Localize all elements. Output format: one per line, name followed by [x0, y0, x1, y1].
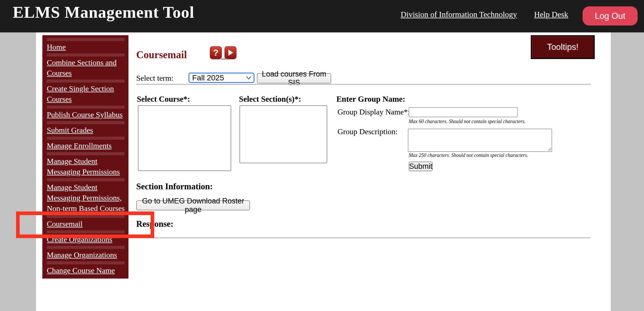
sidebar-item-change-course-name[interactable]: Change Course Name: [47, 265, 125, 276]
sidebar-separator: [47, 121, 125, 124]
logout-button[interactable]: Log Out: [583, 6, 638, 26]
divider-top: [136, 84, 591, 85]
sidebar-item-manage-enrollments[interactable]: Manage Enrollments: [47, 141, 125, 151]
sidebar-item-manage-organizations[interactable]: Manage Organizations: [47, 250, 125, 260]
sidebar-separator: [47, 246, 125, 249]
page-title: Coursemail: [136, 49, 187, 61]
group-description-label: Group Description:: [338, 127, 398, 136]
sidebar-separator: [47, 53, 125, 57]
page: ELMS Management Tool Division of Informa…: [0, 0, 644, 311]
sidebar-separator: [47, 261, 125, 264]
course-listbox[interactable]: [138, 105, 231, 171]
select-sections-label: Select Section(s)*:: [239, 95, 301, 104]
sidebar-item-submit-grades[interactable]: Submit Grades: [47, 125, 125, 136]
divider-bottom: [136, 238, 590, 238]
sections-listbox[interactable]: [239, 105, 327, 163]
sidebar-item-manage-student-messaging-permissions-non-term[interactable]: Manage Student Messaging Permissions, No…: [47, 182, 125, 214]
group-display-name-label: Group Display Name*:: [338, 108, 410, 116]
load-courses-button[interactable]: Load courses From SIS: [257, 73, 331, 83]
sidebar-item-manage-student-messaging-permissions[interactable]: Manage Student Messaging Permissions: [47, 156, 125, 177]
sidebar-separator: [47, 80, 125, 83]
sidebar-item-create-single-section-courses[interactable]: Create Single Section Courses: [47, 83, 125, 104]
sidebar-item-combine-sections-and-courses[interactable]: Combine Sections and Courses: [47, 57, 125, 78]
play-triangle-icon: [228, 50, 233, 56]
roster-page-button[interactable]: Go to UMEG Download Roster page: [136, 200, 250, 210]
sidebar-item-home[interactable]: Home: [47, 42, 125, 52]
help-icon[interactable]: ?: [210, 46, 222, 59]
annotation-highlight-rect: [16, 211, 154, 238]
term-select-value: Fall 2025: [192, 73, 224, 82]
sidebar: Home Combine Sections and Courses Create…: [42, 35, 128, 279]
select-course-label: Select Course*:: [137, 95, 190, 104]
group-display-name-input[interactable]: [409, 107, 518, 117]
app-title: ELMS Management Tool: [13, 3, 194, 22]
top-bar: ELMS Management Tool Division of Informa…: [0, 0, 644, 32]
sidebar-separator: [47, 106, 125, 109]
enter-group-name-heading: Enter Group Name:: [336, 95, 405, 104]
sidebar-separator: [47, 152, 125, 155]
description-note: Max 250 characters. Should not contain s…: [409, 152, 528, 158]
tooltips-button[interactable]: Tooltips!: [531, 35, 595, 59]
play-icon[interactable]: [225, 46, 236, 59]
group-description-textarea[interactable]: [408, 129, 552, 152]
select-term-label: Select term:: [136, 74, 174, 83]
sidebar-separator: [47, 178, 125, 181]
submit-button[interactable]: Submit: [409, 162, 433, 171]
sidebar-item-publish-course-syllabus[interactable]: Publish Course Syllabus: [47, 109, 125, 120]
section-information-heading: Section Information:: [136, 182, 213, 192]
link-division-of-information-technology[interactable]: Division of Information Technology: [401, 10, 517, 19]
display-name-note: Max 60 characters. Should not contain sp…: [409, 119, 525, 124]
sidebar-separator: [47, 137, 125, 140]
sidebar-separator: [47, 38, 125, 41]
link-help-desk[interactable]: Help Desk: [534, 10, 568, 19]
group-description-wrap: [408, 129, 552, 152]
term-select[interactable]: Fall 2025: [189, 73, 254, 83]
chevron-down-icon: [246, 76, 251, 80]
